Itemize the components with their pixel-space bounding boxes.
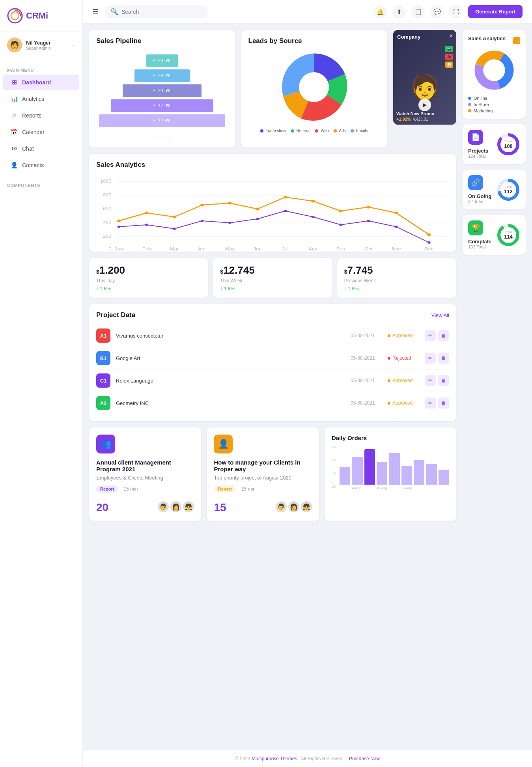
right-sa-expand-icon[interactable]: ⛶ — [513, 37, 520, 44]
notification-icon[interactable]: 🔔 — [373, 5, 387, 19]
svg-text:800: 800 — [103, 193, 111, 197]
svg-point-31 — [256, 218, 259, 220]
funnel-bar-1: $: 20.5% — [146, 54, 178, 67]
svg-point-26 — [118, 226, 121, 228]
project-badge-a2: A2 — [96, 396, 110, 410]
video-close-icon[interactable]: ✕ — [449, 33, 453, 39]
avatar-2: 👧 — [183, 501, 194, 512]
user-role: Super Admin — [26, 46, 51, 50]
sidebar-item-chat[interactable]: ✉ Chat — [3, 141, 79, 157]
ongoing-subtitle: 32 Total — [468, 199, 492, 204]
stat-label-prev-week: Previous Week — [344, 278, 449, 284]
y-axis-labels: 80 60 40 20 — [332, 445, 337, 489]
svg-point-36 — [395, 226, 398, 228]
footer: © 2023 Multipurpose Themes . All Rights … — [83, 750, 532, 767]
delete-button-3[interactable]: 🗑 — [438, 397, 449, 409]
howto-avatars: 👨 👩 👧 — [276, 501, 312, 512]
main-menu-label: Main Menu — [0, 65, 82, 74]
search-input[interactable] — [121, 9, 202, 15]
edit-button-3[interactable]: ✏ — [425, 397, 436, 409]
sidebar-item-label-reports: Reports — [22, 112, 41, 119]
stat-card-day: $1.200 This Day ↑ 1.8% — [89, 258, 208, 298]
video-icon-2: 🎥 — [445, 54, 453, 60]
project-date-0: 05-08-2021 — [351, 333, 382, 338]
svg-text:Dec: Dec — [424, 247, 433, 251]
howto-card-tags: Report 15 min — [214, 485, 312, 493]
user-name: Nil Yeager — [26, 40, 51, 46]
svg-point-22 — [339, 210, 343, 213]
svg-point-32 — [284, 210, 287, 212]
delete-button-2[interactable]: 🗑 — [438, 375, 449, 386]
table-row: B1 Google Art 05-08-2021 Rejected ✏ 🗑 — [96, 347, 449, 370]
files-icon[interactable]: 📋 — [411, 5, 425, 19]
components-label: Components — [0, 180, 82, 189]
donut-chart-container — [468, 49, 520, 92]
svg-point-24 — [394, 212, 398, 215]
svg-point-27 — [145, 224, 148, 226]
edit-button-1[interactable]: ✏ — [425, 353, 436, 364]
annual-card-tags: Report 15 min — [96, 485, 194, 493]
video-play-btn[interactable]: ▶ — [418, 99, 431, 111]
ongoing-total-label: Total 112 — [504, 185, 513, 194]
sidebar-item-label-calendar: Calendar — [22, 129, 45, 135]
sidebar-item-calendar[interactable]: 📅 Calendar — [3, 124, 79, 140]
edit-button-2[interactable]: ✏ — [425, 375, 436, 386]
edit-button-0[interactable]: ✏ — [425, 330, 436, 341]
avatar-5: 👧 — [301, 501, 312, 512]
projects-widget: 📄 Projects 124 Total Total 108 — [463, 124, 526, 164]
svg-point-23 — [367, 206, 370, 209]
footer-copyright: © 2023 — [235, 756, 250, 761]
project-badge-b1: B1 — [96, 351, 110, 365]
svg-point-1 — [11, 12, 19, 20]
delete-button-0[interactable]: 🗑 — [438, 330, 449, 341]
expand-icon[interactable]: ⛶ — [449, 5, 463, 19]
sort-icon[interactable]: ⬆ — [392, 5, 406, 19]
delete-button-1[interactable]: 🗑 — [438, 353, 449, 364]
sidebar-item-analytics[interactable]: 📊 Analytics — [3, 91, 79, 107]
sidebar-item-dashboard[interactable]: ⊞ Dashboard — [3, 75, 79, 90]
project-date-3: 05-08-2021 — [351, 400, 382, 406]
complete-info: 🏆 Complate 102 Total — [468, 220, 492, 249]
project-actions-1: ✏ 🗑 — [425, 353, 449, 364]
logo-icon — [7, 8, 23, 24]
svg-point-14 — [117, 220, 121, 222]
content-right: Sales Analytics ⛶ — [463, 30, 526, 744]
project-actions-2: ✏ 🗑 — [425, 375, 449, 386]
stat-amount-prev-week: $7.745 — [344, 264, 449, 276]
legend-online-label: On line — [474, 96, 487, 101]
sidebar-item-reports[interactable]: 🏳 Reports — [3, 108, 79, 123]
header: ☰ 🔍 🔔 ⬆ 📋 💬 ⛶ Generate Report — [83, 0, 532, 24]
contacts-icon: 👤 — [10, 161, 18, 169]
footer-purchase-link[interactable]: Purchase Now — [349, 756, 380, 761]
projects-icon: 📄 — [468, 130, 483, 145]
svg-point-37 — [427, 241, 431, 244]
legend-label-emails: Emails — [356, 129, 368, 133]
stat-amount-week: $12.745 — [220, 264, 325, 276]
message-icon[interactable]: 💬 — [430, 5, 444, 19]
play-icon: ▶ — [418, 99, 431, 111]
project-data-title: Project Data — [96, 311, 135, 319]
project-name-3: Geometry INC — [116, 400, 345, 406]
svg-text:200: 200 — [103, 234, 111, 238]
sales-pipeline-title: Sales Pipeline — [96, 37, 228, 45]
svg-point-18 — [228, 202, 231, 205]
table-row: C1 Rolex Language 05-08-2021 Approved ✏ … — [96, 370, 449, 392]
calendar-icon: 📅 — [10, 128, 18, 136]
svg-text:1000: 1000 — [100, 179, 111, 183]
annual-card-footer: 20 👨 👩 👧 — [96, 496, 194, 514]
hamburger-icon[interactable]: ☰ — [92, 7, 99, 16]
donut-legend: On line In Store Marketing — [468, 96, 520, 113]
funnel-bar-2: $: 28.2% — [134, 69, 190, 82]
view-all-link[interactable]: View All — [431, 312, 449, 318]
annual-card-title: Annual client Management Program 2021 — [96, 459, 194, 472]
footer-brand-link[interactable]: Multipurpose Themes — [252, 756, 297, 761]
generate-report-button[interactable]: Generate Report — [468, 5, 523, 18]
annual-time: 15 min — [123, 486, 138, 492]
project-data-card: Project Data View All A1 Vivamus consect… — [89, 304, 456, 421]
svg-point-29 — [201, 220, 204, 222]
svg-text:Jul: Jul — [282, 247, 288, 251]
sidebar-item-contacts[interactable]: 👤 Contacts — [3, 157, 79, 173]
funnel-chart: $: 20.5% $: 28.2% $: 20.5% $: 17.9% $: 1 — [96, 50, 228, 132]
sales-analytics-title: Sales Analytics — [96, 161, 449, 169]
user-dropdown-icon[interactable]: – — [72, 41, 75, 49]
